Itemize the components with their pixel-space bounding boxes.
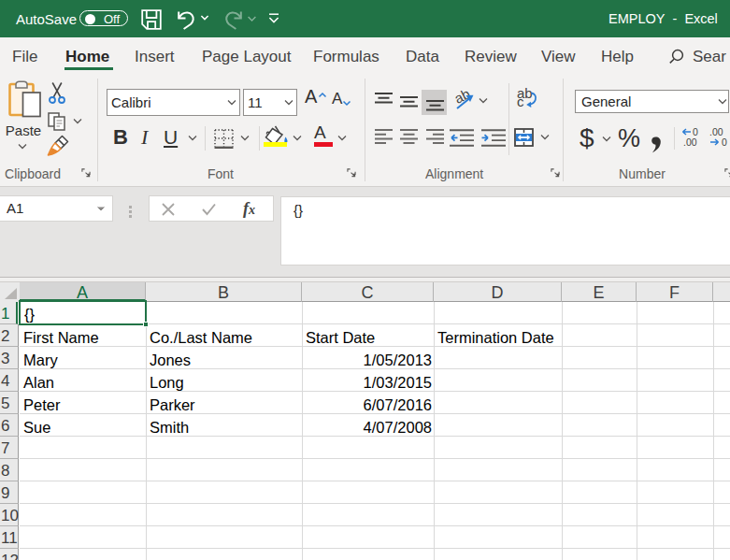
svg-text:.00: .00 bbox=[683, 136, 697, 147]
svg-text:0: 0 bbox=[722, 136, 727, 147]
